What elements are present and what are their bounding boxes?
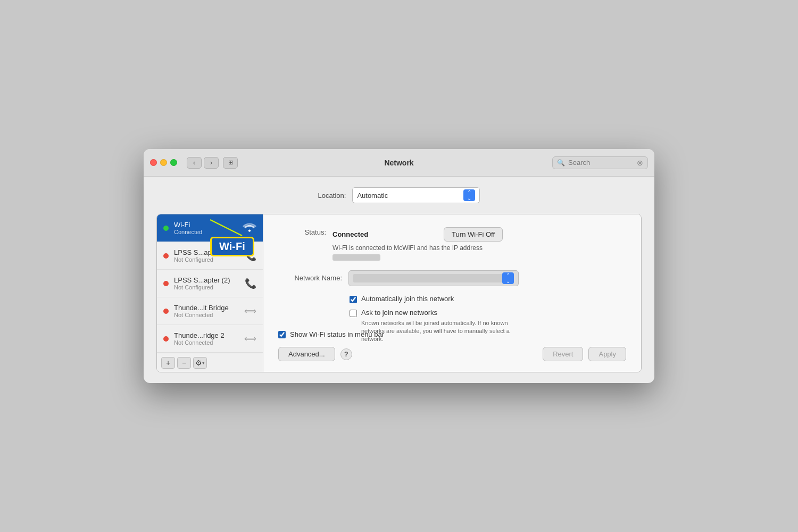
location-select[interactable]: Automatic ⌃⌄ [352, 187, 480, 203]
auto-join-row: Automatically join this network [350, 295, 626, 303]
network-name-value [353, 274, 502, 282]
auto-join-checkbox[interactable] [350, 296, 357, 303]
apply-button[interactable]: Apply [588, 347, 626, 361]
location-label: Location: [318, 192, 346, 200]
show-wifi-label: Show Wi-Fi status in menu bar [290, 330, 384, 338]
revert-button[interactable]: Revert [543, 347, 583, 361]
sidebar-toolbar: + − ⚙ ▾ [157, 353, 263, 372]
thunder1-status: Not Connected [174, 312, 239, 318]
search-clear-icon[interactable]: ⊗ [637, 159, 643, 167]
status-dot-red-1 [163, 253, 169, 259]
status-info: Connected Turn Wi-Fi Off Wi-Fi is connec… [332, 227, 503, 262]
thunderbolt-icon-1: ⟺ [244, 306, 256, 316]
status-value: Connected [332, 230, 368, 238]
gear-icon: ⚙ [195, 359, 202, 367]
wifi-item-info: Wi-Fi Connected [174, 221, 237, 235]
wifi-item-name: Wi-Fi [174, 221, 237, 229]
search-icon: 🔍 [557, 159, 565, 167]
detail-bottom: Show Wi-Fi status in menu bar Advanced..… [263, 330, 641, 361]
status-row: Status: Connected Turn Wi-Fi Off Wi-Fi i… [278, 227, 626, 262]
network-name-arrow-icon: ⌃⌄ [502, 272, 514, 284]
add-network-button[interactable]: + [161, 357, 175, 369]
auto-join-label: Automatically join this network [361, 295, 454, 303]
detail-panel: Status: Connected Turn Wi-Fi Off Wi-Fi i… [263, 214, 641, 372]
turn-wifi-off-button[interactable]: Turn Wi-Fi Off [444, 227, 503, 242]
lpss2-item-info: LPSS S...apter (2) Not Configured [174, 276, 239, 290]
sidebar-list: Wi-Fi Connected [157, 214, 263, 353]
network-window: ‹ › ⊞ Network 🔍 ⊗ Location: Automatic ⌃⌄ [144, 149, 654, 383]
nav-buttons: ‹ › [187, 157, 219, 169]
location-arrow-icon: ⌃⌄ [463, 189, 475, 201]
search-input[interactable] [568, 159, 634, 167]
lpss2-status: Not Configured [174, 284, 239, 290]
location-bar: Location: Automatic ⌃⌄ [156, 187, 642, 203]
thunder2-name: Thunde...ridge 2 [174, 331, 239, 339]
sidebar-item-lpss2[interactable]: LPSS S...apter (2) Not Configured 📞 [157, 270, 263, 297]
status-dot-red-2 [163, 281, 169, 286]
minimize-button[interactable] [160, 159, 167, 166]
sidebar-item-wifi[interactable]: Wi-Fi Connected [157, 214, 263, 242]
ip-address-blur [332, 254, 380, 261]
phone-icon-2: 📞 [245, 278, 256, 289]
network-gear-button[interactable]: ⚙ ▾ [193, 357, 207, 369]
content-area: Location: Automatic ⌃⌄ Wi-Fi Connected [144, 177, 654, 383]
lpss2-name: LPSS S...apter (2) [174, 276, 239, 284]
wifi-item-status: Connected [174, 229, 237, 235]
close-button[interactable] [150, 159, 157, 166]
show-wifi-checkbox[interactable] [278, 331, 286, 338]
wifi-badge: Wi-Fi [210, 237, 254, 256]
show-wifi-row: Show Wi-Fi status in menu bar [278, 330, 626, 338]
status-dot-red-4 [163, 336, 169, 342]
thunder1-item-info: Thunde...lt Bridge Not Connected [174, 304, 239, 318]
thunderbolt-icon-2: ⟺ [244, 334, 256, 344]
main-panel: Wi-Fi Connected [156, 214, 642, 372]
network-name-label: Network Name: [278, 274, 342, 282]
lpss1-status: Not Configured [174, 256, 239, 263]
search-box: 🔍 ⊗ [552, 156, 648, 169]
sidebar: Wi-Fi Connected [157, 214, 263, 372]
forward-button[interactable]: › [204, 157, 219, 169]
maximize-button[interactable] [170, 159, 177, 166]
wifi-icon [243, 221, 256, 235]
status-key-label: Status: [278, 227, 326, 236]
window-title: Network [384, 159, 413, 167]
grid-view-button[interactable]: ⊞ [223, 157, 238, 169]
location-value: Automatic [357, 192, 463, 200]
ask-join-checkbox[interactable] [350, 310, 357, 317]
sidebar-item-thunder2[interactable]: Thunde...ridge 2 Not Connected ⟺ [157, 325, 263, 353]
titlebar: ‹ › ⊞ Network 🔍 ⊗ [144, 149, 654, 177]
gear-arrow-icon: ▾ [202, 360, 205, 365]
thunder1-name: Thunde...lt Bridge [174, 304, 239, 312]
status-description: Wi-Fi is connected to McWiFi and has the… [332, 244, 503, 262]
status-dot-green [163, 226, 169, 231]
advanced-button[interactable]: Advanced... [278, 347, 335, 361]
ask-join-label: Ask to join new networks [361, 309, 437, 317]
thunder2-status: Not Connected [174, 339, 239, 346]
remove-network-button[interactable]: − [177, 357, 191, 369]
network-name-select[interactable]: ⌃⌄ [348, 270, 519, 286]
status-dot-red-3 [163, 309, 169, 314]
back-button[interactable]: ‹ [187, 157, 202, 169]
help-button[interactable]: ? [340, 348, 352, 360]
sidebar-item-thunder1[interactable]: Thunde...lt Bridge Not Connected ⟺ [157, 297, 263, 325]
thunder2-item-info: Thunde...ridge 2 Not Connected [174, 331, 239, 346]
bottom-buttons-row: Advanced... ? Revert Apply [278, 347, 626, 361]
traffic-lights [150, 159, 177, 166]
network-name-row: Network Name: ⌃⌄ [278, 270, 626, 286]
